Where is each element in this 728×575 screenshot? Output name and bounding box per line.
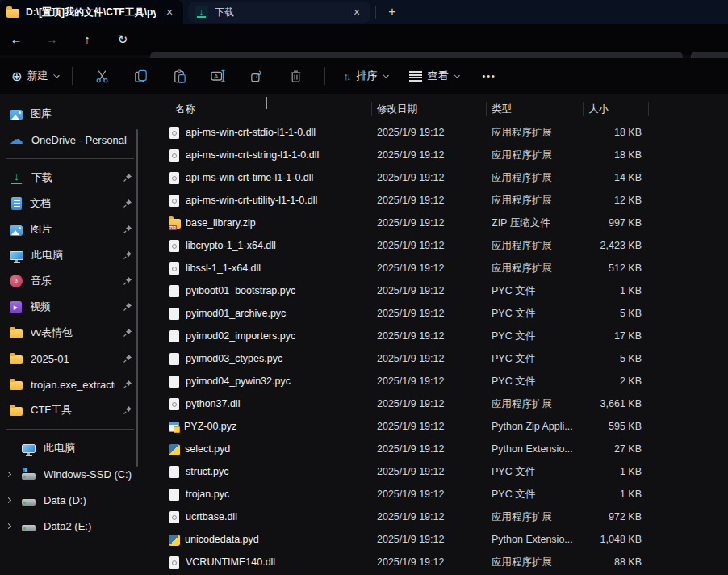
sort-button[interactable]: ↑↓ 排序 (343, 69, 388, 83)
sidebar-item-pinned[interactable]: vv表情包 (0, 320, 140, 346)
file-name: api-ms-win-crt-string-l1-1-0.dll (186, 149, 319, 161)
view-button[interactable]: 查看 (409, 69, 459, 83)
file-name: api-ms-win-crt-stdio-l1-1-0.dll (186, 127, 316, 138)
delete-button[interactable] (276, 62, 315, 90)
file-icon (169, 262, 179, 275)
file-row[interactable]: PYZ-00.pyz 2025/1/9 19:12 Python Zip App… (157, 415, 728, 438)
column-header-date[interactable]: 修改日期 (371, 97, 486, 121)
sidebar-item-pinned[interactable]: 视频 (0, 294, 140, 320)
sidebar-item-icon (10, 329, 23, 338)
pin-icon (123, 302, 132, 312)
sidebar-item-pinned[interactable]: 音乐 (0, 268, 140, 294)
column-header-type[interactable]: 类型 (486, 97, 583, 121)
column-header-size[interactable]: 大小 (583, 97, 648, 121)
pin-icon (123, 328, 132, 338)
file-name: pyimod04_pywin32.pyc (186, 376, 291, 387)
sidebar-item-pinned[interactable]: 图片 (0, 216, 140, 242)
file-name: api-ms-win-crt-utility-l1-1-0.dll (186, 195, 317, 206)
file-list: api-ms-win-crt-stdio-l1-1-0.dll 2025/1/9… (157, 121, 728, 573)
file-name: select.pyd (185, 443, 230, 455)
paste-button[interactable] (160, 62, 199, 90)
file-row[interactable]: pyimod02_importers.pyc 2025/1/9 19:12 PY… (157, 325, 728, 347)
copy-button[interactable] (121, 62, 160, 90)
new-button[interactable]: ⊕ 新建 (8, 69, 62, 84)
back-button[interactable]: ← (5, 27, 27, 52)
file-row[interactable]: pyiboot01_bootstrap.pyc 2025/1/9 19:12 P… (157, 279, 728, 302)
file-icon (169, 219, 181, 229)
tab-active[interactable]: D:\[置顶]我的文件\CTF工具\py × (0, 0, 183, 24)
sidebar-item-pinned[interactable]: 下载 (0, 165, 140, 191)
sidebar-scrollbar[interactable] (136, 129, 138, 467)
file-row[interactable]: trojan.pyc 2025/1/9 19:12 PYC 文件 1 KB (157, 483, 728, 506)
file-row[interactable]: api-ms-win-crt-time-l1-1-0.dll 2025/1/9 … (157, 166, 728, 189)
sidebar-item[interactable]: 图库 (0, 101, 140, 127)
file-type: 应用程序扩展 (486, 234, 583, 257)
file-row[interactable]: ucrtbase.dll 2025/1/9 19:12 应用程序扩展 972 K… (157, 506, 728, 528)
forward-button[interactable]: → (40, 27, 63, 52)
file-type: 应用程序扩展 (486, 144, 583, 166)
sidebar-item-pinned[interactable]: 此电脑 (0, 242, 140, 268)
file-date: 2025/1/9 19:12 (371, 212, 486, 234)
file-row[interactable]: api-ms-win-crt-utility-l1-1-0.dll 2025/1… (157, 189, 728, 212)
sidebar-item-pinned[interactable]: 文档 (0, 191, 140, 216)
file-date: 2025/1/9 19:12 (371, 257, 486, 279)
file-extra (648, 347, 728, 370)
sidebar-tree-item[interactable]: 此电脑 (0, 435, 140, 461)
file-type: 应用程序扩展 (486, 166, 583, 189)
file-icon (169, 535, 180, 546)
file-row[interactable]: unicodedata.pyd 2025/1/9 19:12 Python Ex… (157, 528, 728, 551)
expand-chevron-icon[interactable] (2, 472, 14, 476)
rename-button[interactable]: A (199, 62, 237, 90)
expand-chevron-icon[interactable] (2, 498, 14, 502)
new-tab-button[interactable]: + (383, 3, 401, 21)
more-options-button[interactable]: ••• (482, 71, 496, 81)
file-type: PYC 文件 (486, 325, 583, 347)
sidebar-divider (6, 429, 134, 430)
file-date: 2025/1/9 19:12 (371, 370, 486, 392)
file-row[interactable]: base_library.zip 2025/1/9 19:12 ZIP 压缩文件… (157, 212, 728, 234)
file-icon (169, 398, 179, 410)
file-row[interactable]: pyimod01_archive.pyc 2025/1/9 19:12 PYC … (157, 302, 728, 325)
file-row[interactable]: libcrypto-1_1-x64.dll 2025/1/9 19:12 应用程… (157, 234, 728, 257)
up-button[interactable]: ↑ (76, 27, 98, 52)
sidebar-tree-item[interactable]: Data2 (E:) (0, 513, 140, 539)
file-extra (648, 506, 728, 528)
file-size: 972 KB (583, 506, 648, 528)
file-row[interactable]: api-ms-win-crt-stdio-l1-1-0.dll 2025/1/9… (157, 121, 728, 144)
tab-downloads[interactable]: ↓ 下载 × (188, 2, 370, 23)
file-row[interactable]: libssl-1_1-x64.dll 2025/1/9 19:12 应用程序扩展… (157, 257, 728, 279)
file-row[interactable]: VCRUNTIME140.dll 2025/1/9 19:12 应用程序扩展 8… (157, 551, 728, 573)
column-header-name[interactable]: 名称 (157, 97, 371, 121)
file-type: ZIP 压缩文件 (486, 212, 583, 234)
file-size: 17 KB (583, 325, 648, 347)
cut-button[interactable] (82, 62, 121, 90)
sidebar-item[interactable]: OneDrive - Personal (0, 127, 140, 153)
refresh-button[interactable]: ↻ (111, 27, 134, 52)
sidebar-tree-item[interactable]: Windows-SSD (C:) (0, 461, 140, 487)
file-row[interactable]: pyimod03_ctypes.pyc 2025/1/9 19:12 PYC 文… (157, 347, 728, 370)
share-button[interactable] (237, 62, 276, 90)
file-row[interactable]: python37.dll 2025/1/9 19:12 应用程序扩展 3,661… (157, 392, 728, 415)
file-size: 997 KB (583, 212, 648, 234)
folder-icon (6, 9, 19, 18)
file-icon (169, 444, 180, 455)
pin-icon (123, 250, 132, 260)
sidebar-item-pinned[interactable]: CTF工具 (0, 397, 140, 423)
tab-close-icon[interactable]: × (349, 6, 364, 19)
file-row[interactable]: api-ms-win-crt-string-l1-1-0.dll 2025/1/… (157, 144, 728, 166)
sidebar-tree-item[interactable]: Data (D:) (0, 487, 140, 513)
file-row[interactable]: select.pyd 2025/1/9 19:12 Python Extensi… (157, 438, 728, 460)
rename-icon: A (210, 68, 226, 84)
file-row[interactable]: struct.pyc 2025/1/9 19:12 PYC 文件 1 KB (157, 460, 728, 483)
sidebar-item-icon (22, 525, 36, 531)
sidebar-item-icon (10, 355, 23, 364)
sidebar-item-pinned[interactable]: 2025-01 (0, 346, 140, 371)
sidebar-item-icon (10, 225, 23, 236)
file-size: 1,048 KB (583, 528, 648, 551)
sidebar-item-label: Windows-SSD (C:) (44, 468, 140, 481)
file-row[interactable]: pyimod04_pywin32.pyc 2025/1/9 19:12 PYC … (157, 370, 728, 392)
file-extra (648, 460, 728, 483)
tab-close-icon[interactable]: × (162, 6, 177, 19)
sidebar-item-pinned[interactable]: trojan.exe_extracted (0, 371, 140, 397)
expand-chevron-icon[interactable] (2, 524, 14, 528)
